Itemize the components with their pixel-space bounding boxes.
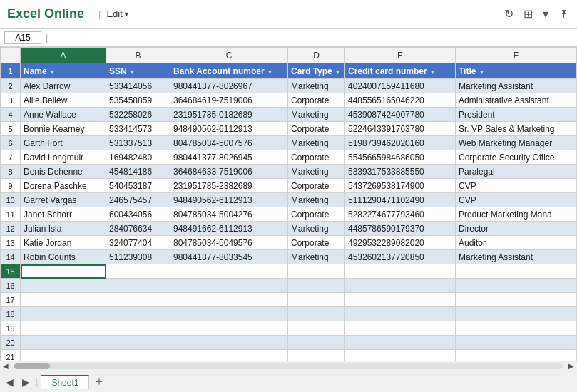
header-name[interactable]: Name ▾ <box>21 63 106 79</box>
cell-title-10[interactable]: CVP <box>456 193 577 207</box>
cell-ssn-13[interactable]: 324077404 <box>106 236 170 250</box>
cell-reference-box[interactable]: A15 <box>4 31 41 44</box>
cell-name-14[interactable]: Robin Counts <box>21 250 106 264</box>
scroll-right-icon[interactable]: ▶ <box>566 362 577 370</box>
cell-cc-9[interactable]: 5437269538174900 <box>345 179 456 193</box>
cell-bank-11[interactable]: 804785034-5004276 <box>170 207 288 222</box>
cell-title-6[interactable]: Web Marketing Manager <box>456 136 577 150</box>
cell-a-15[interactable] <box>21 264 106 279</box>
cell-e-18[interactable] <box>345 307 456 321</box>
cell-d-16[interactable] <box>288 279 345 293</box>
cell-f-21[interactable] <box>456 350 577 361</box>
cell-cardtype-6[interactable]: Marketing <box>288 136 345 150</box>
grid-wrapper[interactable]: A B C D E F 1 Name ▾ SSN ▾ Bank Account … <box>0 47 577 361</box>
cell-name-11[interactable]: Janet Schorr <box>21 207 106 222</box>
cell-bank-2[interactable]: 980441377-8026967 <box>170 79 288 93</box>
cell-ssn-3[interactable]: 535458859 <box>106 93 170 108</box>
header-ssn[interactable]: SSN ▾ <box>106 63 170 79</box>
cell-ssn-10[interactable]: 246575457 <box>106 193 170 207</box>
cell-cardtype-3[interactable]: Corporate <box>288 93 345 108</box>
cell-cc-5[interactable]: 5224643391763780 <box>345 122 456 136</box>
cell-cc-11[interactable]: 5282274677793460 <box>345 207 456 222</box>
cell-name-4[interactable]: Anne Wallace <box>21 108 106 122</box>
cell-d-19[interactable] <box>288 321 345 336</box>
cell-cardtype-9[interactable]: Corporate <box>288 179 345 193</box>
cell-cc-3[interactable]: 4485565165046220 <box>345 93 456 108</box>
cell-e-17[interactable] <box>345 293 456 307</box>
cell-title-11[interactable]: Product Marketing Mana <box>456 207 577 222</box>
cell-b-16[interactable] <box>106 279 170 293</box>
cell-d-15[interactable] <box>288 264 345 279</box>
cell-d-21[interactable] <box>288 350 345 361</box>
cell-c-16[interactable] <box>170 279 288 293</box>
cell-a-21[interactable] <box>21 350 106 361</box>
cell-f-20[interactable] <box>456 336 577 350</box>
cell-b-21[interactable] <box>106 350 170 361</box>
pin-icon[interactable]: 🖈 <box>558 8 570 21</box>
cell-ssn-6[interactable]: 531337513 <box>106 136 170 150</box>
cell-name-5[interactable]: Bonnie Kearney <box>21 122 106 136</box>
cell-title-5[interactable]: Sr. VP Sales & Marketing <box>456 122 577 136</box>
cell-f-17[interactable] <box>456 293 577 307</box>
cell-a-16[interactable] <box>21 279 106 293</box>
cell-ssn-12[interactable]: 284076634 <box>106 222 170 236</box>
horizontal-scroll-bar[interactable]: ◀ ▶ <box>0 361 577 371</box>
header-card-type[interactable]: Card Type ▾ <box>288 63 345 79</box>
cell-c-15[interactable] <box>170 264 288 279</box>
cell-ssn-2[interactable]: 533414056 <box>106 79 170 93</box>
cell-bank-14[interactable]: 980441377-8033545 <box>170 250 288 264</box>
cell-b-20[interactable] <box>106 336 170 350</box>
cell-cc-2[interactable]: 4024007159411680 <box>345 79 456 93</box>
cell-f-15[interactable] <box>456 264 577 279</box>
cell-ssn-7[interactable]: 169482480 <box>106 150 170 165</box>
col-header-e[interactable]: E <box>345 48 456 63</box>
cell-a-19[interactable] <box>21 321 106 336</box>
cell-b-18[interactable] <box>106 307 170 321</box>
sheet-tab-sheet1[interactable]: Sheet1 <box>41 375 89 389</box>
col-header-d[interactable]: D <box>288 48 345 63</box>
cell-bank-9[interactable]: 231951785-2382689 <box>170 179 288 193</box>
cell-name-6[interactable]: Garth Fort <box>21 136 106 150</box>
cell-e-20[interactable] <box>345 336 456 350</box>
scroll-left-icon[interactable]: ◀ <box>0 362 11 370</box>
scroll-thumb[interactable] <box>14 363 50 369</box>
cell-e-19[interactable] <box>345 321 456 336</box>
cell-cardtype-8[interactable]: Marketing <box>288 165 345 179</box>
cell-f-16[interactable] <box>456 279 577 293</box>
cell-ssn-9[interactable]: 540453187 <box>106 179 170 193</box>
cell-f-18[interactable] <box>456 307 577 321</box>
cell-cc-7[interactable]: 5545665984686050 <box>345 150 456 165</box>
cell-bank-6[interactable]: 804785034-5007576 <box>170 136 288 150</box>
cell-title-14[interactable]: Marketing Assistant <box>456 250 577 264</box>
cell-bank-4[interactable]: 231951785-0182689 <box>170 108 288 122</box>
col-header-b[interactable]: B <box>106 48 170 63</box>
cell-cc-10[interactable]: 5111290471102490 <box>345 193 456 207</box>
cell-e-16[interactable] <box>345 279 456 293</box>
cell-bank-10[interactable]: 948490562-6112913 <box>170 193 288 207</box>
cell-bank-3[interactable]: 364684619-7519006 <box>170 93 288 108</box>
cell-cardtype-4[interactable]: Marketing <box>288 108 345 122</box>
cell-ssn-14[interactable]: 511239308 <box>106 250 170 264</box>
cell-c-21[interactable] <box>170 350 288 361</box>
cell-ssn-8[interactable]: 454814186 <box>106 165 170 179</box>
cell-cc-8[interactable]: 5339317533885550 <box>345 165 456 179</box>
cell-d-18[interactable] <box>288 307 345 321</box>
cell-title-3[interactable]: Administrative Assistant <box>456 93 577 108</box>
scroll-track[interactable] <box>14 363 563 369</box>
col-header-f[interactable]: F <box>456 48 577 63</box>
cell-cc-13[interactable]: 4929532289082020 <box>345 236 456 250</box>
header-cc[interactable]: Credit card number ▾ <box>345 63 456 79</box>
edit-menu[interactable]: Edit ▾ <box>106 9 128 19</box>
cell-f-19[interactable] <box>456 321 577 336</box>
cell-title-12[interactable]: Director <box>456 222 577 236</box>
cell-name-3[interactable]: Allie Bellew <box>21 93 106 108</box>
cell-ssn-5[interactable]: 533414573 <box>106 122 170 136</box>
cell-name-9[interactable]: Dorena Paschke <box>21 179 106 193</box>
cell-ssn-11[interactable]: 600434056 <box>106 207 170 222</box>
tab-nav-prev[interactable]: ◀ <box>3 376 16 388</box>
formula-input[interactable] <box>52 33 573 43</box>
cell-cardtype-7[interactable]: Corporate <box>288 150 345 165</box>
cell-name-13[interactable]: Katie Jordan <box>21 236 106 250</box>
cell-cardtype-5[interactable]: Corporate <box>288 122 345 136</box>
cell-cardtype-14[interactable]: Marketing <box>288 250 345 264</box>
